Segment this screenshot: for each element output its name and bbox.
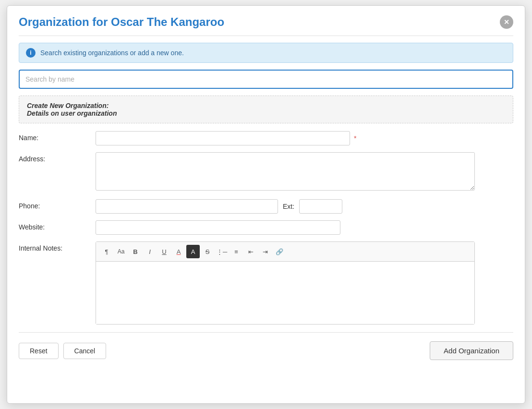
create-org-header: Create New Organization: Details on user…: [27, 102, 505, 117]
rich-text-editor: ¶ Aa B I U A A S ⋮─ ≡ ⇤ ⇥ 🔗: [96, 241, 475, 325]
website-label: Website:: [19, 220, 96, 231]
toolbar-bold[interactable]: B: [129, 245, 142, 258]
name-field-wrap: *: [96, 131, 513, 145]
footer-left: Reset Cancel: [19, 343, 106, 359]
close-button[interactable]: ✕: [500, 15, 513, 29]
cancel-button[interactable]: Cancel: [63, 343, 107, 359]
toolbar-indent[interactable]: ⇥: [258, 245, 272, 258]
form-area: Name: * Address: Phone: Ext: Website:: [19, 123, 513, 325]
create-org-section: Create New Organization: Details on user…: [19, 96, 513, 123]
ext-input[interactable]: [299, 199, 342, 214]
ext-label: Ext:: [283, 203, 294, 210]
name-label: Name:: [19, 131, 96, 142]
notes-label: Internal Notes:: [19, 241, 96, 252]
phone-input[interactable]: [96, 199, 278, 214]
toolbar-link[interactable]: 🔗: [273, 245, 286, 258]
reset-button[interactable]: Reset: [19, 343, 59, 359]
rich-text-body[interactable]: [96, 262, 474, 324]
website-row: Website:: [19, 220, 513, 235]
toolbar-numbered-list[interactable]: ≡: [230, 245, 243, 258]
info-banner: i Search existing organizations or add a…: [19, 43, 513, 63]
notes-row: Internal Notes: ¶ Aa B I U A A S ⋮─ ≡ ⇤: [19, 241, 513, 325]
modal-title: Organization for Oscar The Kangaroo: [19, 15, 224, 29]
search-input[interactable]: [19, 70, 513, 89]
toolbar-paragraph[interactable]: ¶: [100, 245, 113, 258]
name-input[interactable]: [96, 131, 350, 145]
modal-header: Organization for Oscar The Kangaroo ✕: [19, 15, 513, 36]
toolbar-bullet-list[interactable]: ⋮─: [215, 245, 229, 258]
address-label: Address:: [19, 152, 96, 163]
toolbar-strikethrough[interactable]: S: [201, 245, 214, 258]
address-row: Address:: [19, 152, 513, 192]
add-organization-button[interactable]: Add Organization: [430, 341, 513, 360]
phone-row: Phone: Ext:: [19, 199, 513, 214]
toolbar-bg-color[interactable]: A: [186, 245, 200, 258]
info-banner-text: Search existing organizations or add a n…: [40, 49, 184, 57]
website-input[interactable]: [96, 220, 340, 235]
address-input[interactable]: [96, 152, 475, 191]
phone-label: Phone:: [19, 199, 96, 210]
toolbar-font-size[interactable]: Aa: [114, 245, 128, 258]
toolbar-text-color[interactable]: A: [172, 245, 185, 258]
required-indicator: *: [354, 134, 356, 142]
modal-footer: Reset Cancel Add Organization: [19, 332, 513, 360]
toolbar-italic[interactable]: I: [143, 245, 157, 258]
name-row: Name: *: [19, 131, 513, 145]
info-icon: i: [26, 48, 36, 58]
rich-text-toolbar: ¶ Aa B I U A A S ⋮─ ≡ ⇤ ⇥ 🔗: [96, 242, 474, 262]
toolbar-outdent[interactable]: ⇤: [244, 245, 257, 258]
organization-modal: Organization for Oscar The Kangaroo ✕ i …: [7, 5, 525, 404]
toolbar-underline[interactable]: U: [157, 245, 171, 258]
